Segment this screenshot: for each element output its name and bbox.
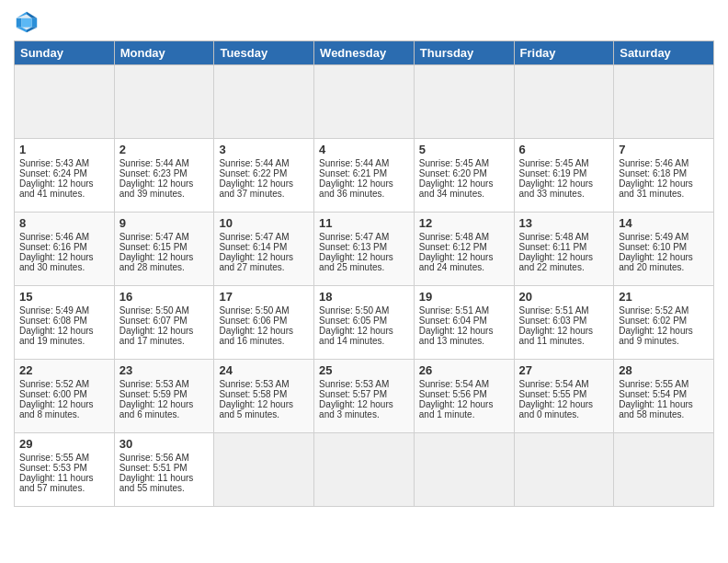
calendar-cell: 26Sunrise: 5:54 AMSunset: 5:56 PMDayligh… — [414, 360, 514, 433]
sunset-text: Sunset: 6:18 PM — [619, 168, 687, 178]
page-container: SundayMondayTuesdayWednesdayThursdayFrid… — [0, 0, 728, 516]
daylight-text: Daylight: 12 hours and 9 minutes. — [619, 326, 693, 346]
calendar-header: SundayMondayTuesdayWednesdayThursdayFrid… — [15, 41, 714, 65]
logo-icon — [14, 9, 40, 35]
day-header-tuesday: Tuesday — [214, 41, 314, 65]
day-number: 14 — [619, 216, 709, 230]
svg-marker-7 — [21, 18, 31, 28]
day-header-thursday: Thursday — [414, 41, 514, 65]
daylight-text: Daylight: 12 hours and 5 minutes. — [219, 399, 293, 419]
sunrise-text: Sunrise: 5:51 AM — [519, 305, 589, 316]
daylight-text: Daylight: 12 hours and 28 minutes. — [119, 252, 194, 272]
day-number: 18 — [319, 290, 409, 304]
daylight-text: Daylight: 12 hours and 16 minutes. — [219, 326, 293, 346]
daylight-text: Daylight: 12 hours and 34 minutes. — [419, 178, 494, 199]
calendar-cell: 4Sunrise: 5:44 AMSunset: 6:21 PMDaylight… — [314, 139, 415, 213]
sunrise-text: Sunrise: 5:53 AM — [319, 379, 389, 389]
sunset-text: Sunset: 6:08 PM — [19, 316, 87, 326]
calendar-cell — [15, 65, 115, 139]
calendar-cell — [514, 65, 614, 139]
day-number: 3 — [219, 143, 309, 156]
sunrise-text: Sunrise: 5:44 AM — [219, 158, 289, 168]
day-number: 1 — [19, 143, 109, 156]
svg-marker-5 — [17, 18, 22, 28]
sunrise-text: Sunrise: 5:49 AM — [19, 305, 89, 316]
day-number: 2 — [119, 143, 210, 156]
sunset-text: Sunset: 6:13 PM — [319, 242, 387, 252]
calendar-cell: 25Sunrise: 5:53 AMSunset: 5:57 PMDayligh… — [314, 360, 415, 433]
calendar-cell: 24Sunrise: 5:53 AMSunset: 5:58 PMDayligh… — [214, 360, 314, 433]
calendar-cell — [614, 65, 714, 139]
calendar-cell — [614, 433, 714, 507]
day-number: 10 — [219, 216, 309, 230]
calendar-cell: 22Sunrise: 5:52 AMSunset: 6:00 PMDayligh… — [15, 360, 115, 433]
day-number: 20 — [519, 290, 609, 304]
daylight-text: Daylight: 12 hours and 27 minutes. — [219, 252, 293, 272]
calendar-cell: 29Sunrise: 5:55 AMSunset: 5:53 PMDayligh… — [15, 433, 115, 507]
sunset-text: Sunset: 5:54 PM — [619, 389, 687, 399]
sunrise-text: Sunrise: 5:53 AM — [119, 379, 189, 389]
calendar-cell: 12Sunrise: 5:48 AMSunset: 6:12 PMDayligh… — [414, 213, 514, 286]
sunrise-text: Sunrise: 5:48 AM — [419, 232, 489, 242]
calendar-cell: 11Sunrise: 5:47 AMSunset: 6:13 PMDayligh… — [314, 213, 415, 286]
daylight-text: Daylight: 12 hours and 41 minutes. — [19, 178, 94, 199]
sunset-text: Sunset: 6:11 PM — [519, 242, 587, 252]
sunset-text: Sunset: 6:15 PM — [119, 242, 188, 252]
day-number: 17 — [219, 290, 309, 304]
day-number: 26 — [419, 363, 509, 377]
day-number: 27 — [519, 363, 609, 377]
day-number: 16 — [119, 290, 210, 304]
calendar-cell — [314, 65, 415, 139]
day-number: 19 — [419, 290, 509, 304]
calendar-cell: 23Sunrise: 5:53 AMSunset: 5:59 PMDayligh… — [114, 360, 214, 433]
daylight-text: Daylight: 12 hours and 17 minutes. — [119, 326, 194, 346]
sunset-text: Sunset: 6:19 PM — [519, 168, 587, 178]
calendar-cell: 21Sunrise: 5:52 AMSunset: 6:02 PMDayligh… — [614, 286, 714, 360]
sunrise-text: Sunrise: 5:52 AM — [619, 305, 688, 316]
day-number: 15 — [19, 290, 109, 304]
sunrise-text: Sunrise: 5:47 AM — [319, 232, 389, 242]
day-number: 21 — [619, 290, 709, 304]
sunset-text: Sunset: 6:10 PM — [619, 242, 687, 252]
sunrise-text: Sunrise: 5:46 AM — [619, 158, 688, 168]
calendar-week-4: 22Sunrise: 5:52 AMSunset: 6:00 PMDayligh… — [15, 360, 714, 433]
sunrise-text: Sunrise: 5:44 AM — [319, 158, 389, 168]
daylight-text: Daylight: 12 hours and 31 minutes. — [619, 178, 693, 199]
sunrise-text: Sunrise: 5:51 AM — [419, 305, 489, 316]
sunrise-text: Sunrise: 5:55 AM — [19, 453, 89, 463]
sunrise-text: Sunrise: 5:50 AM — [119, 305, 189, 316]
day-number: 12 — [419, 216, 509, 230]
calendar-week-3: 15Sunrise: 5:49 AMSunset: 6:08 PMDayligh… — [15, 286, 714, 360]
sunrise-text: Sunrise: 5:47 AM — [119, 232, 189, 242]
calendar-cell: 15Sunrise: 5:49 AMSunset: 6:08 PMDayligh… — [15, 286, 115, 360]
day-header-friday: Friday — [514, 41, 614, 65]
calendar-cell: 9Sunrise: 5:47 AMSunset: 6:15 PMDaylight… — [114, 213, 214, 286]
sunrise-text: Sunrise: 5:45 AM — [419, 158, 489, 168]
day-number: 6 — [519, 143, 609, 156]
sunset-text: Sunset: 6:14 PM — [219, 242, 287, 252]
sunrise-text: Sunrise: 5:54 AM — [419, 379, 489, 389]
sunset-text: Sunset: 6:00 PM — [19, 389, 87, 399]
day-header-monday: Monday — [114, 41, 214, 65]
day-header-sunday: Sunday — [15, 41, 115, 65]
daylight-text: Daylight: 11 hours and 55 minutes. — [119, 473, 194, 493]
calendar-week-2: 8Sunrise: 5:46 AMSunset: 6:16 PMDaylight… — [15, 213, 714, 286]
daylight-text: Daylight: 12 hours and 36 minutes. — [319, 178, 393, 199]
calendar-cell — [114, 65, 214, 139]
calendar-cell — [514, 433, 614, 507]
sunset-text: Sunset: 5:51 PM — [119, 463, 188, 473]
calendar-cell — [414, 433, 514, 507]
day-number: 22 — [19, 363, 109, 377]
sunset-text: Sunset: 6:07 PM — [119, 316, 188, 326]
sunset-text: Sunset: 6:12 PM — [419, 242, 487, 252]
daylight-text: Daylight: 12 hours and 37 minutes. — [219, 178, 293, 199]
sunrise-text: Sunrise: 5:45 AM — [519, 158, 589, 168]
calendar-cell: 17Sunrise: 5:50 AMSunset: 6:06 PMDayligh… — [214, 286, 314, 360]
calendar-cell: 14Sunrise: 5:49 AMSunset: 6:10 PMDayligh… — [614, 213, 714, 286]
calendar-body: 1Sunrise: 5:43 AMSunset: 6:24 PMDaylight… — [15, 65, 714, 507]
calendar-cell — [214, 65, 314, 139]
sunset-text: Sunset: 6:21 PM — [319, 168, 387, 178]
calendar-cell: 10Sunrise: 5:47 AMSunset: 6:14 PMDayligh… — [214, 213, 314, 286]
sunrise-text: Sunrise: 5:52 AM — [19, 379, 89, 389]
sunrise-text: Sunrise: 5:48 AM — [519, 232, 589, 242]
